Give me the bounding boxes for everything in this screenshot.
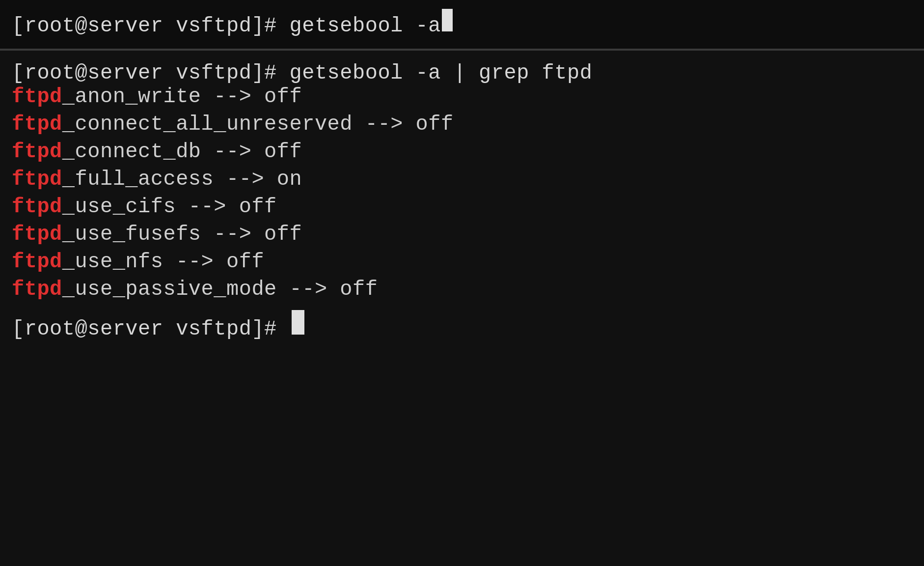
ftpd-suffix: _use_cifs --> off — [62, 195, 277, 219]
ftpd-prefix: ftpd — [12, 250, 62, 274]
output-line: ftpd_connect_db --> off — [12, 140, 912, 164]
output-line: ftpd_anon_write --> off — [12, 85, 912, 109]
output-lines: ftpd_anon_write --> offftpd_connect_all_… — [12, 85, 912, 301]
ftpd-prefix: ftpd — [12, 195, 62, 219]
bottom-cursor — [292, 310, 304, 335]
ftpd-prefix: ftpd — [12, 113, 62, 136]
top-prompt: [root@server vsftpd]# — [12, 14, 290, 38]
ftpd-prefix: ftpd — [12, 168, 62, 191]
ftpd-suffix: _connect_all_unreserved --> off — [62, 113, 454, 136]
ftpd-suffix: _anon_write --> off — [62, 85, 302, 109]
bottom-command-text: getsebool -a | grep ftpd — [290, 61, 593, 85]
final-prompt-line: [root@server vsftpd]# — [12, 310, 912, 341]
top-command: getsebool -a — [290, 14, 441, 38]
bottom-pane: [root@server vsftpd]# getsebool -a | gre… — [0, 51, 924, 566]
output-line: ftpd_use_passive_mode --> off — [12, 278, 912, 301]
output-line: ftpd_use_cifs --> off — [12, 195, 912, 219]
ftpd-suffix: _use_nfs --> off — [62, 250, 264, 274]
top-cursor — [442, 9, 453, 31]
ftpd-prefix: ftpd — [12, 223, 62, 246]
terminal: [root@server vsftpd]# getsebool -a [root… — [0, 0, 924, 566]
output-line: ftpd_full_access --> on — [12, 168, 912, 191]
ftpd-suffix: _full_access --> on — [62, 168, 302, 191]
top-prompt-line: [root@server vsftpd]# getsebool -a — [12, 9, 912, 38]
ftpd-suffix: _connect_db --> off — [62, 140, 302, 164]
ftpd-prefix: ftpd — [12, 278, 62, 301]
final-prompt-text: [root@server vsftpd]# — [12, 317, 290, 341]
output-line: ftpd_connect_all_unreserved --> off — [12, 113, 912, 136]
ftpd-suffix: _use_passive_mode --> off — [62, 278, 378, 301]
output-line: ftpd_use_nfs --> off — [12, 250, 912, 274]
bottom-prompt-text: [root@server vsftpd]# — [12, 61, 290, 85]
top-pane: [root@server vsftpd]# getsebool -a — [0, 0, 924, 51]
ftpd-suffix: _use_fusefs --> off — [62, 223, 302, 246]
ftpd-prefix: ftpd — [12, 140, 62, 164]
bottom-prompt-line: [root@server vsftpd]# getsebool -a | gre… — [12, 61, 912, 85]
output-line: ftpd_use_fusefs --> off — [12, 223, 912, 246]
ftpd-prefix: ftpd — [12, 85, 62, 109]
